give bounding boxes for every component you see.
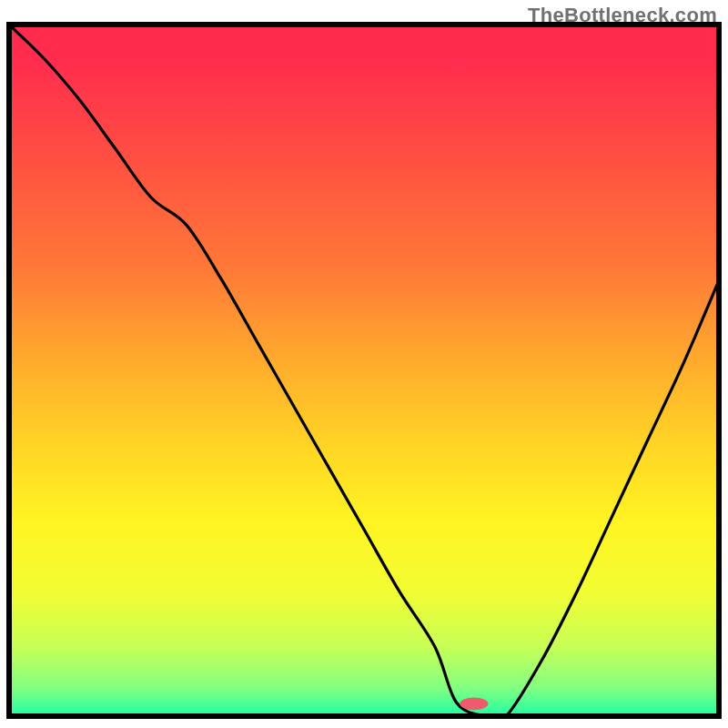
- chart-container: TheBottleneck.com: [0, 0, 728, 728]
- plot-area: [9, 25, 719, 721]
- bottleneck-chart: [0, 0, 728, 728]
- optimal-marker: [460, 697, 488, 710]
- gradient-background: [9, 25, 719, 716]
- watermark-text: TheBottleneck.com: [528, 4, 717, 27]
